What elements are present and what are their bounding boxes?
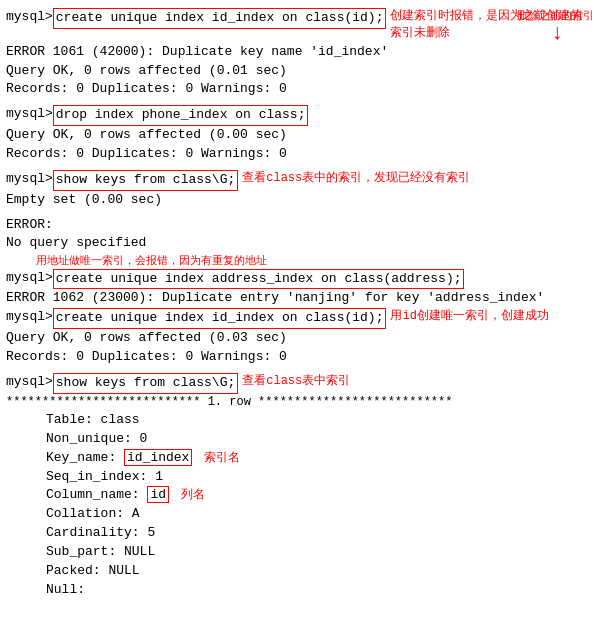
empty-line: Empty set (0.00 sec) xyxy=(6,191,596,210)
kv-subpart: Sub_part: NULL xyxy=(6,543,596,562)
kv-table: Table: class xyxy=(6,411,596,430)
key-name-value: id_index xyxy=(124,449,192,466)
cmd-text: create unique index address_index on cla… xyxy=(53,269,465,290)
kv-null: Null: xyxy=(6,581,596,600)
comment-address: 用地址做唯一索引，会报错，因为有重复的地址 xyxy=(6,253,596,268)
prompt: mysql> xyxy=(6,308,53,327)
cmd-text: drop index phone_index on class; xyxy=(53,105,309,126)
ok-line: Query OK, 0 rows affected (0.03 sec) xyxy=(6,329,596,348)
cmd-text: create unique index id_index on class(id… xyxy=(53,308,387,329)
comment-keyname: 索引名 xyxy=(204,451,240,465)
comment-id-index: 用id创建唯一索引，创建成功 xyxy=(390,308,548,325)
prompt: mysql> xyxy=(6,269,53,288)
cmd-text: create unique index id_index on class(id… xyxy=(53,8,387,29)
kv-packed: Packed: NULL xyxy=(6,562,596,581)
prompt: mysql> xyxy=(6,373,53,392)
stars-line: *************************** 1. row *****… xyxy=(6,394,596,411)
cmd-line: mysql> drop index phone_index on class; xyxy=(6,105,596,126)
kv-collation: Collation: A xyxy=(6,505,596,524)
ok-line: Query OK, 0 rows affected (0.00 sec) xyxy=(6,126,596,145)
col-name-value: id xyxy=(147,486,169,503)
error-line: ERROR 1062 (23000): Duplicate entry 'nan… xyxy=(6,289,596,308)
cmd-line: mysql> create unique index id_index on c… xyxy=(6,8,596,43)
comment-show-keys: 查看class表中索引 xyxy=(242,373,350,390)
kv-keyname: Key_name: id_index 索引名 xyxy=(6,449,596,468)
comment: 查看class表中的索引，发现已经没有索引 xyxy=(242,170,470,187)
ok-line: Query OK, 0 rows affected (0.01 sec) xyxy=(6,62,596,81)
error-label: ERROR: xyxy=(6,216,596,235)
prompt: mysql> xyxy=(6,105,53,124)
kv-cardinality: Cardinality: 5 xyxy=(6,524,596,543)
arrow-icon: ↓ xyxy=(551,23,564,45)
cmd-line: mysql> create unique index address_index… xyxy=(6,269,596,290)
cmd-text: show keys from class\G; xyxy=(53,373,238,394)
cmd-line: mysql> create unique index id_index on c… xyxy=(6,308,596,329)
cmd-line: mysql> show keys from class\G; 查看class表中… xyxy=(6,170,596,191)
kv-colname: Column_name: id 列名 xyxy=(6,486,596,505)
terminal-container: mysql> create unique index id_index on c… xyxy=(6,8,596,600)
records-line: Records: 0 Duplicates: 0 Warnings: 0 xyxy=(6,145,596,164)
prompt: mysql> xyxy=(6,170,53,189)
cmd-text: show keys from class\G; xyxy=(53,170,238,191)
records-line: Records: 0 Duplicates: 0 Warnings: 0 xyxy=(6,348,596,367)
error-line: ERROR 1061 (42000): Duplicate key name '… xyxy=(6,43,596,62)
cmd-line: mysql> show keys from class\G; 查看class表中… xyxy=(6,373,596,394)
comment-colname: 列名 xyxy=(181,488,205,502)
records-line: Records: 0 Duplicates: 0 Warnings: 0 xyxy=(6,80,596,99)
kv-nonunique: Non_unique: 0 xyxy=(6,430,596,449)
prompt: mysql> xyxy=(6,8,53,27)
kv-seqindex: Seq_in_index: 1 xyxy=(6,468,596,487)
no-query-line: No query specified xyxy=(6,234,596,253)
